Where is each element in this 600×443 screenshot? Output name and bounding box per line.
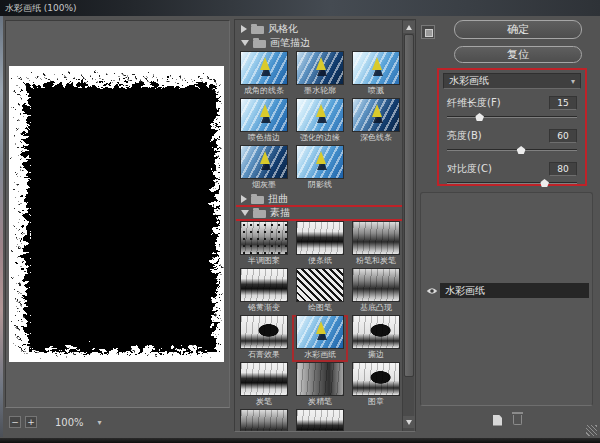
category-header-0[interactable]: 风格化 bbox=[236, 23, 404, 35]
filter-select-dropdown[interactable]: 水彩画纸 ▾ bbox=[443, 73, 581, 89]
scroll-down-button[interactable] bbox=[403, 416, 415, 428]
thumbnail-image[interactable] bbox=[296, 145, 344, 179]
zoom-dropdown-chevron-icon[interactable]: ▾ bbox=[98, 418, 102, 427]
thumbnail-image[interactable] bbox=[296, 221, 344, 255]
thumbnail-image[interactable] bbox=[352, 98, 400, 132]
thumbnail-image[interactable] bbox=[240, 51, 288, 85]
thumbnail-label: 绘图笔 bbox=[308, 302, 332, 313]
thumbnail-label: 强化的边缘 bbox=[300, 132, 340, 143]
scrollbar[interactable] bbox=[402, 20, 414, 431]
preview-document bbox=[9, 66, 224, 362]
zoom-out-button[interactable]: − bbox=[9, 416, 21, 428]
category-label: 素描 bbox=[270, 206, 290, 220]
thumbnail-image[interactable] bbox=[240, 221, 288, 255]
new-effect-layer-icon[interactable] bbox=[493, 415, 502, 426]
thumbnail-image[interactable] bbox=[240, 268, 288, 302]
filter-thumb-绘图笔[interactable]: 绘图笔 bbox=[292, 268, 348, 315]
thumbnail-image[interactable] bbox=[296, 51, 344, 85]
thumbnail-image[interactable] bbox=[240, 145, 288, 179]
thumbnail-image[interactable] bbox=[352, 268, 400, 302]
category-header-1[interactable]: 画笔描边 bbox=[236, 37, 404, 49]
visibility-eye-icon[interactable] bbox=[423, 287, 440, 295]
filter-thumb-铬黄渐变[interactable]: 铬黄渐变 bbox=[236, 268, 292, 315]
reset-button[interactable]: 复位 bbox=[454, 46, 582, 63]
thumbnail-label: 深色线条 bbox=[360, 132, 392, 143]
slider-thumb[interactable] bbox=[540, 179, 549, 187]
slider-line bbox=[447, 116, 577, 118]
zoom-in-button[interactable]: + bbox=[25, 416, 37, 428]
slider-thumb[interactable] bbox=[517, 146, 526, 154]
thumbnail-image[interactable] bbox=[240, 315, 288, 349]
filter-thumb-图章[interactable]: 图章 bbox=[348, 362, 404, 409]
scrollbar-thumb[interactable] bbox=[404, 34, 414, 377]
triangle-expanded-icon[interactable] bbox=[241, 210, 249, 216]
parameter-0: 纤维长度(F)15 bbox=[447, 96, 577, 122]
slider-line bbox=[447, 149, 577, 151]
thumbnail-label: 半调图案 bbox=[248, 255, 280, 266]
resize-grip-icon[interactable] bbox=[586, 425, 597, 436]
thumbnail-image[interactable] bbox=[352, 221, 400, 255]
filter-thumb-partial[interactable] bbox=[236, 409, 292, 431]
filter-thumb-烟灰墨[interactable]: 烟灰墨 bbox=[236, 145, 292, 192]
filter-thumb-炭笔[interactable]: 炭笔 bbox=[236, 362, 292, 409]
filter-thumb-半调图案[interactable]: 半调图案 bbox=[236, 221, 292, 268]
thumbnail-image[interactable] bbox=[240, 98, 288, 132]
slider-track[interactable] bbox=[447, 178, 577, 188]
filter-thumb-撕边[interactable]: 撕边 bbox=[348, 315, 404, 362]
triangle-collapsed-icon[interactable] bbox=[241, 195, 247, 203]
filter-thumb-喷色描边[interactable]: 喷色描边 bbox=[236, 98, 292, 145]
category-header-2[interactable]: 扭曲 bbox=[236, 193, 404, 205]
parameter-value-field[interactable]: 15 bbox=[549, 96, 577, 110]
background-image-edge bbox=[0, 16, 3, 437]
down-arrow-icon bbox=[406, 420, 412, 425]
thumbnail-image[interactable] bbox=[352, 362, 400, 396]
triangle-expanded-icon[interactable] bbox=[241, 40, 249, 46]
thumbnail-image[interactable] bbox=[296, 268, 344, 302]
filter-thumb-成角的线条[interactable]: 成角的线条 bbox=[236, 51, 292, 98]
thumbnail-label: 粉笔和炭笔 bbox=[356, 255, 396, 266]
settings-panel: 确定 复位 水彩画纸 ▾ 纤维长度(F)15亮度(B)60对比度(C)80 水彩… bbox=[418, 18, 597, 432]
parameter-value-field[interactable]: 80 bbox=[549, 162, 577, 176]
folder-icon bbox=[251, 196, 264, 204]
filter-thumb-阴影线[interactable]: 阴影线 bbox=[292, 145, 348, 192]
parameter-2: 对比度(C)80 bbox=[447, 162, 577, 188]
filter-thumb-深色线条[interactable]: 深色线条 bbox=[348, 98, 404, 145]
effect-layer-row[interactable]: 水彩画纸 bbox=[423, 283, 589, 298]
filter-thumb-强化的边缘[interactable]: 强化的边缘 bbox=[292, 98, 348, 145]
ok-button[interactable]: 确定 bbox=[454, 20, 582, 39]
filter-thumb-水彩画纸[interactable]: 水彩画纸 bbox=[292, 315, 348, 362]
hide-thumbnails-button[interactable] bbox=[421, 25, 435, 39]
thumbnail-image[interactable] bbox=[240, 362, 288, 396]
thumbnail-image[interactable] bbox=[240, 409, 288, 431]
thumbnail-image[interactable] bbox=[296, 315, 344, 349]
delete-effect-layer-icon[interactable] bbox=[513, 415, 522, 425]
slider-track[interactable] bbox=[447, 145, 577, 155]
filter-gallery-dialog: 水彩画纸 (100%) − + 100% ▾ bbox=[0, 0, 600, 443]
filter-thumb-喷溅[interactable]: 喷溅 bbox=[348, 51, 404, 98]
thumbnail-label: 阴影线 bbox=[308, 179, 332, 190]
thumbnail-label: 烟灰墨 bbox=[252, 179, 276, 190]
scroll-up-button[interactable] bbox=[403, 21, 415, 33]
category-label: 扭曲 bbox=[268, 192, 288, 206]
thumbnail-image[interactable] bbox=[296, 409, 344, 431]
filter-thumb-墨水轮廓[interactable]: 墨水轮廓 bbox=[292, 51, 348, 98]
slider-track[interactable] bbox=[447, 112, 577, 122]
title-bar[interactable]: 水彩画纸 (100%) bbox=[0, 0, 600, 16]
triangle-collapsed-icon[interactable] bbox=[241, 25, 247, 33]
thumbnail-label: 基底凸现 bbox=[360, 302, 392, 313]
slider-thumb[interactable] bbox=[475, 113, 484, 121]
preview-area[interactable] bbox=[5, 20, 230, 408]
parameter-value-field[interactable]: 60 bbox=[549, 129, 577, 143]
thumbnail-image[interactable] bbox=[352, 51, 400, 85]
thumbnail-image[interactable] bbox=[296, 98, 344, 132]
filter-thumb-partial[interactable] bbox=[292, 409, 348, 431]
filter-thumb-炭精笔[interactable]: 炭精笔 bbox=[292, 362, 348, 409]
filter-thumb-石膏效果[interactable]: 石膏效果 bbox=[236, 315, 292, 362]
thumbnail-image[interactable] bbox=[296, 362, 344, 396]
thumbnail-image[interactable] bbox=[352, 315, 400, 349]
filter-thumb-便条纸[interactable]: 便条纸 bbox=[292, 221, 348, 268]
thumbnail-label: 炭精笔 bbox=[308, 396, 332, 407]
category-header-3[interactable]: 素描 bbox=[236, 207, 404, 219]
filter-thumb-基底凸现[interactable]: 基底凸现 bbox=[348, 268, 404, 315]
filter-thumb-粉笔和炭笔[interactable]: 粉笔和炭笔 bbox=[348, 221, 404, 268]
